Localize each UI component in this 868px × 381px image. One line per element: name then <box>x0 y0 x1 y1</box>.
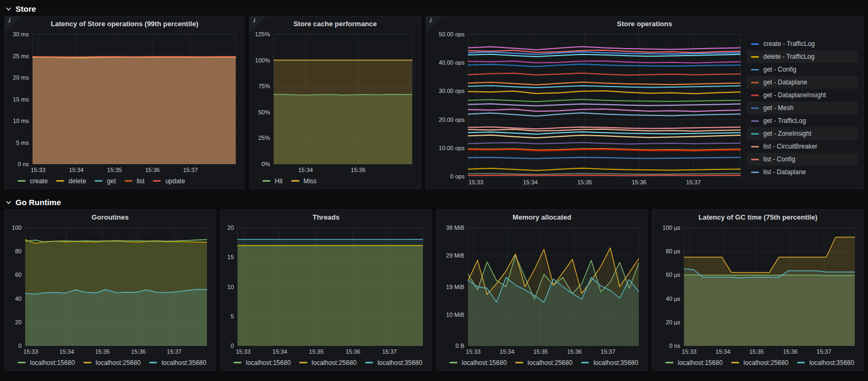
legend: createdeletegetlistupdate <box>7 175 240 187</box>
svg-text:29 MiB: 29 MiB <box>446 252 464 259</box>
legend-item[interactable]: list - Dataplane <box>747 166 858 178</box>
svg-text:100 µs: 100 µs <box>663 224 681 231</box>
svg-text:20 ms: 20 ms <box>13 74 29 81</box>
svg-text:10: 10 <box>227 284 234 290</box>
svg-text:15:34: 15:34 <box>69 167 84 173</box>
legend-item[interactable]: localhost:25680 <box>731 359 788 367</box>
legend-item[interactable]: list <box>125 177 145 185</box>
svg-text:0%: 0% <box>261 161 270 167</box>
store-panels-row: i Latency of Store operations (99th perc… <box>4 16 864 189</box>
legend-label: delete - TrafficLog <box>763 53 815 60</box>
legend-item[interactable]: localhost:25680 <box>83 359 141 367</box>
legend-item[interactable]: get - DataplaneInsight <box>747 89 858 102</box>
legend-item[interactable]: get <box>95 177 116 185</box>
panel-store-cache-performance: i Store cache performance 15:3415:360%25… <box>249 16 421 189</box>
svg-text:60 µs: 60 µs <box>666 271 681 278</box>
dashboard-page: Store i Latency of Store operations (99t… <box>0 0 868 371</box>
panel-title[interactable]: Memory allocated <box>437 210 647 224</box>
legend-item[interactable]: localhost:35680 <box>797 359 854 367</box>
legend-item[interactable]: delete - TrafficLog <box>747 50 858 63</box>
legend-label: localhost:25680 <box>528 359 572 367</box>
store-cache-chart[interactable]: 15:3415:360%25%50%75%100%125% <box>252 31 416 175</box>
panel-title[interactable]: Goroutines <box>5 210 215 224</box>
panel-title[interactable]: Latency of GC time (75th percentile) <box>653 210 863 224</box>
svg-text:15:33: 15:33 <box>236 348 251 355</box>
legend-item[interactable]: get - Mesh <box>747 102 858 114</box>
memory-allocated-chart[interactable]: 15:3315:3415:3515:3615:370 B10 MiB19 MiB… <box>439 224 643 356</box>
legend-label: localhost:15680 <box>246 359 291 367</box>
legend-label: update <box>165 177 185 185</box>
legend-item[interactable]: localhost:25680 <box>515 359 572 367</box>
section-title: Store <box>15 4 36 13</box>
threads-chart[interactable]: 15:3315:3415:3515:3615:3705101520 <box>223 224 427 356</box>
chart-svg: 15:3315:3415:3515:3615:370 B10 MiB19 MiB… <box>439 224 643 356</box>
series-color-swatch <box>234 362 242 363</box>
series-color-swatch <box>365 362 373 363</box>
svg-text:15 ms: 15 ms <box>13 96 29 103</box>
section-header-go-runtime[interactable]: Go Runtime <box>4 195 864 209</box>
panel-title[interactable]: Threads <box>221 210 431 224</box>
panel-info-icon[interactable]: i <box>250 17 266 33</box>
store-operations-chart[interactable]: 15:3315:3415:3515:3615:370 ops10.00 ops2… <box>428 31 745 187</box>
legend-label: Hit <box>275 177 283 185</box>
legend-item[interactable]: localhost:35680 <box>365 359 422 367</box>
legend-item[interactable]: Hit <box>262 177 283 185</box>
legend-label: create - TrafficLog <box>763 40 815 48</box>
series-color-swatch <box>751 43 759 45</box>
panel-title[interactable]: Store cache performance <box>250 17 421 31</box>
svg-text:20 µs: 20 µs <box>666 319 681 325</box>
gc-latency-chart[interactable]: 15:3315:3415:3515:3615:370 ns20 µs40 µs6… <box>655 224 859 356</box>
series-color-swatch <box>262 180 270 182</box>
legend-item[interactable]: get - Dataplane <box>747 76 858 89</box>
section-header-store[interactable]: Store <box>4 1 864 16</box>
legend-item[interactable]: localhost:25680 <box>299 359 356 367</box>
legend-label: list - Dataplane <box>763 168 806 176</box>
svg-text:15:33: 15:33 <box>682 348 697 355</box>
svg-text:15:35: 15:35 <box>309 348 324 355</box>
legend-label: localhost:35680 <box>593 359 638 367</box>
series-color-swatch <box>95 180 103 182</box>
svg-text:5 ms: 5 ms <box>16 139 29 146</box>
svg-text:15:36: 15:36 <box>567 348 582 355</box>
goroutines-chart[interactable]: 15:3315:3415:3515:3615:37020406080100 <box>7 224 211 356</box>
legend-label: localhost:25680 <box>743 359 788 367</box>
legend-item[interactable]: create - TrafficLog <box>747 37 858 50</box>
legend-item[interactable]: list - CircuitBreaker <box>747 140 858 153</box>
legend-item[interactable]: delete <box>56 177 86 185</box>
panel-gc-latency: Latency of GC time (75th percentile) 15:… <box>652 209 864 371</box>
legend-item[interactable]: localhost:15680 <box>18 359 75 367</box>
legend-item[interactable]: create <box>18 177 48 185</box>
legend-label: get <box>107 177 116 185</box>
chart-svg: 15:3315:3415:3515:3615:370 ns20 µs40 µs6… <box>655 224 859 356</box>
svg-text:15:33: 15:33 <box>469 179 484 185</box>
legend-item[interactable]: localhost:35680 <box>149 359 206 367</box>
legend-label: localhost:35680 <box>377 359 422 367</box>
series-color-swatch <box>751 120 759 122</box>
legend-item[interactable]: localhost:15680 <box>234 359 291 367</box>
legend-item[interactable]: update <box>153 177 185 185</box>
series-color-swatch <box>751 146 759 147</box>
latency-store-chart[interactable]: 15:3315:3415:3515:3615:370 ns5 ms10 ms15… <box>7 31 240 175</box>
legend-item[interactable]: get - Config <box>747 63 858 76</box>
series-color-swatch <box>153 180 161 182</box>
panel-info-icon[interactable]: i <box>5 17 21 33</box>
panel-title[interactable]: Latency of Store operations (99th percen… <box>5 17 244 31</box>
chart-svg: 15:3315:3415:3515:3615:3705101520 <box>223 224 427 356</box>
legend-item[interactable]: localhost:15680 <box>449 359 507 367</box>
svg-text:15:37: 15:37 <box>686 179 701 185</box>
svg-text:50.00 ops: 50.00 ops <box>439 31 465 37</box>
legend-item[interactable]: list - Config <box>747 153 858 166</box>
legend-item[interactable]: localhost:15680 <box>665 359 723 367</box>
legend-label: Miss <box>304 177 317 185</box>
svg-text:15: 15 <box>227 254 234 260</box>
legend: localhost:15680localhost:25680localhost:… <box>439 356 643 369</box>
panel-title[interactable]: Store operations <box>426 17 863 31</box>
legend-item[interactable]: Miss <box>291 177 317 185</box>
legend-item[interactable]: localhost:35680 <box>581 359 638 367</box>
panel-info-icon[interactable]: i <box>426 17 442 33</box>
legend: create - TrafficLogdelete - TrafficLogge… <box>745 31 859 187</box>
legend-item[interactable]: get - ZoneInsight <box>747 127 858 140</box>
series-color-swatch <box>83 362 91 363</box>
legend: localhost:15680localhost:25680localhost:… <box>223 356 427 369</box>
legend-item[interactable]: get - TrafficLog <box>747 114 858 127</box>
